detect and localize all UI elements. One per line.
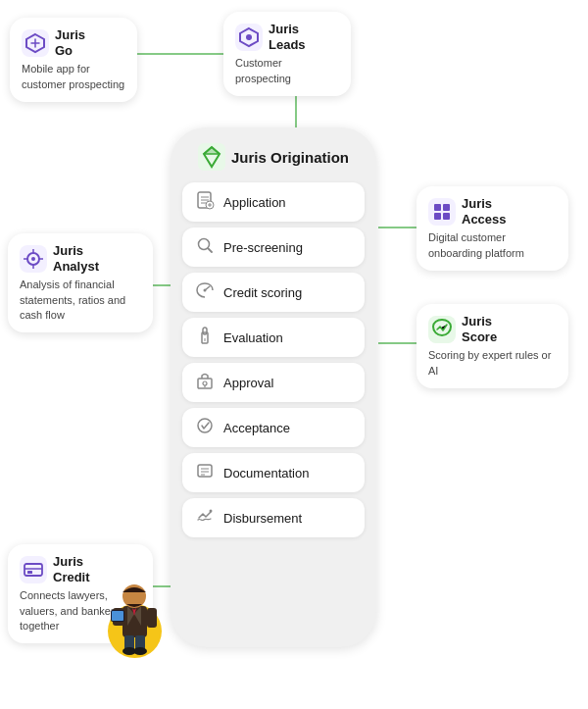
svg-rect-13	[434, 204, 441, 211]
svg-rect-36	[112, 611, 123, 621]
evaluation-icon	[194, 326, 216, 349]
juris-go-icon	[22, 29, 49, 57]
disbursement-label: Disbursement	[223, 511, 302, 526]
juris-analyst-card: JurisAnalyst Analysis of financial state…	[8, 233, 153, 332]
central-card: Juris Origination Application	[171, 127, 376, 647]
juris-leads-icon	[235, 24, 263, 51]
prescreening-icon	[194, 235, 216, 259]
central-title: Juris Origination	[198, 143, 349, 171]
svg-point-11	[246, 34, 252, 40]
svg-point-20	[31, 257, 35, 261]
approval-label: Approval	[223, 376, 273, 390]
documentation-label: Documentation	[223, 466, 309, 481]
svg-point-65	[198, 419, 212, 432]
juris-score-card: JurisScore Scoring by expert rules or AI	[416, 304, 568, 388]
documentation-icon	[194, 461, 216, 484]
step-acceptance: Acceptance	[182, 408, 365, 447]
juris-access-icon	[428, 198, 456, 226]
step-documentation: Documentation	[182, 453, 365, 492]
juris-go-card: JurisGo Mobile app for customer prospect…	[10, 18, 137, 102]
diagram-container: JurisGo Mobile app for customer prospect…	[0, 0, 588, 709]
person-svg	[103, 575, 167, 658]
svg-rect-37	[147, 608, 157, 628]
juris-leads-desc: Customer prospecting	[235, 56, 339, 86]
approval-icon	[194, 371, 216, 394]
juris-leads-card: JurisLeads Customer prospecting	[223, 12, 351, 96]
prescreening-label: Pre-screening	[223, 240, 303, 255]
svg-rect-59	[203, 328, 207, 334]
svg-rect-14	[443, 204, 450, 211]
svg-point-63	[203, 381, 207, 385]
acceptance-label: Acceptance	[223, 421, 290, 435]
person-figure	[103, 575, 167, 658]
step-disbursement: Disbursement	[182, 498, 365, 537]
svg-rect-28	[27, 571, 32, 574]
juris-score-icon	[428, 316, 456, 343]
svg-point-70	[210, 510, 213, 513]
credit-scoring-icon	[194, 280, 216, 304]
svg-rect-15	[434, 213, 441, 220]
acceptance-icon	[194, 416, 216, 439]
svg-line-56	[209, 249, 213, 253]
juris-go-desc: Mobile app for customer prospecting	[22, 62, 125, 92]
disbursement-icon	[194, 506, 216, 530]
juris-access-desc: Digital customer onboarding platform	[428, 230, 557, 261]
svg-point-55	[199, 239, 210, 250]
application-icon	[194, 190, 216, 214]
step-credit-scoring: Credit scoring	[182, 273, 365, 312]
application-label: Application	[223, 195, 286, 210]
juris-analyst-desc: Analysis of financial statements, ratios…	[20, 278, 141, 323]
svg-point-41	[133, 647, 147, 655]
step-approval: Approval	[182, 363, 365, 402]
step-evaluation: Evaluation	[182, 318, 365, 357]
juris-access-card: JurisAccess Digital customer onboarding …	[416, 186, 568, 271]
central-title-text: Juris Origination	[231, 149, 349, 166]
credit-scoring-label: Credit scoring	[223, 285, 302, 300]
juris-score-desc: Scoring by expert rules or AI	[428, 348, 557, 379]
svg-point-58	[204, 289, 207, 292]
juris-origination-icon	[198, 143, 225, 171]
juris-analyst-icon	[20, 245, 47, 273]
juris-credit-icon	[20, 556, 47, 583]
evaluation-label: Evaluation	[223, 330, 283, 345]
svg-rect-12	[428, 198, 456, 226]
step-prescreening: Pre-screening	[182, 228, 365, 267]
step-application: Application	[182, 182, 365, 222]
svg-rect-16	[443, 213, 450, 220]
